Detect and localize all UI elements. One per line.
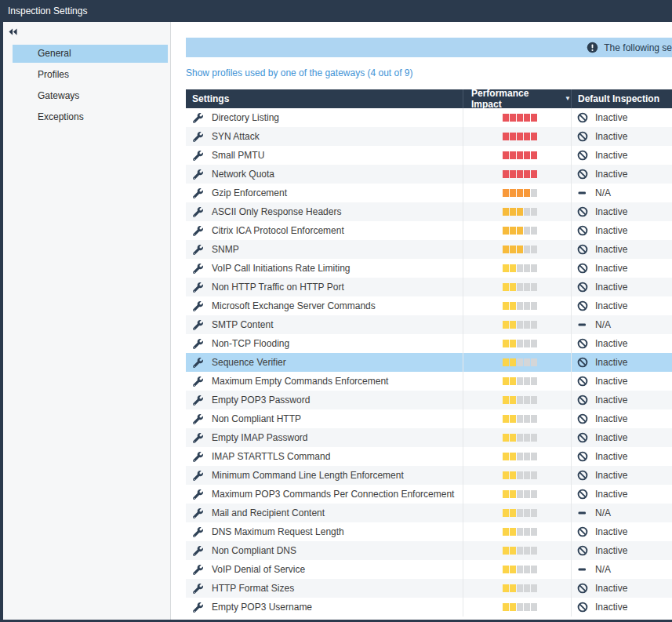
sidebar-nav: General Profiles Gateways Exceptions <box>3 45 170 126</box>
table-row[interactable]: Non Compliant HTTPInactive <box>186 409 672 428</box>
impact-bar <box>503 114 537 122</box>
blocked-icon <box>577 602 588 613</box>
table-row[interactable]: Citrix ICA Protocol EnforcementInactive <box>186 221 672 240</box>
inspection-cell: Inactive <box>571 485 672 504</box>
setting-name: Network Quota <box>212 169 274 180</box>
impact-bar <box>503 189 537 197</box>
impact-bar-segment <box>517 302 523 310</box>
show-profiles-link[interactable]: Show profiles used by one of the gateway… <box>186 67 413 78</box>
table-row[interactable]: Sequence VerifierInactive <box>186 353 672 372</box>
impact-bar <box>503 133 537 140</box>
setting-cell: Non-TCP Flooding <box>186 334 463 353</box>
sidebar-item-profiles[interactable]: Profiles <box>13 66 168 84</box>
sidebar-collapse-button[interactable] <box>9 27 23 36</box>
wrench-icon <box>193 452 203 462</box>
impact-bar <box>503 264 537 272</box>
blocked-icon <box>577 150 588 161</box>
table-row[interactable]: Gzip EnforcementN/A <box>186 184 672 202</box>
impact-bar-segment <box>503 490 509 498</box>
impact-bar-segment <box>524 151 530 159</box>
table-row[interactable]: VoIP Call Initiations Rate LimitingInact… <box>186 259 672 278</box>
blocked-icon <box>577 225 588 236</box>
table-row[interactable]: SMTP ContentN/A <box>186 315 672 334</box>
table-row[interactable]: Empty POP3 UsernameInactive <box>186 598 672 617</box>
impact-bar-segment <box>524 528 530 536</box>
setting-name: DNS Maximum Request Length <box>212 526 344 537</box>
setting-name: Maximum Empty Commands Enforcement <box>212 376 388 387</box>
table-row[interactable]: Directory ListingInactive <box>186 108 672 127</box>
table-row[interactable]: Empty IMAP PasswordInactive <box>186 428 672 447</box>
impact-bar <box>503 302 537 310</box>
table-row[interactable]: ASCII Only Response HeadersInactive <box>186 202 672 221</box>
notice-banner: The following se <box>186 38 672 57</box>
table-row[interactable]: Non HTTP Traffic on HTTP PortInactive <box>186 278 672 296</box>
inspection-cell: Inactive <box>571 221 672 240</box>
blocked-icon <box>577 357 588 368</box>
inspection-status: Inactive <box>595 150 627 161</box>
wrench-icon <box>193 433 203 443</box>
impact-bar-segment <box>503 453 509 460</box>
table-row[interactable]: Non Compliant DNSInactive <box>186 541 672 560</box>
impact-bar-segment <box>517 528 523 536</box>
table-row[interactable]: Microsoft Exchange Server CommandsInacti… <box>186 296 672 315</box>
impact-bar-segment <box>510 151 516 159</box>
inspection-status: Inactive <box>595 206 627 217</box>
window-titlebar[interactable]: Inspection Settings <box>0 0 672 22</box>
table-row[interactable]: Network QuotaInactive <box>186 165 672 184</box>
inspection-cell: Inactive <box>571 353 672 372</box>
table-row[interactable]: Non-TCP FloodingInactive <box>186 334 672 353</box>
impact-bar <box>503 358 537 366</box>
column-header-settings[interactable]: Settings <box>186 89 463 108</box>
inspection-status: N/A <box>595 564 611 575</box>
table-row[interactable]: SNMPInactive <box>186 240 672 259</box>
sidebar-item-general[interactable]: General <box>13 45 168 63</box>
wrench-icon <box>193 169 203 180</box>
sidebar-item-exceptions[interactable]: Exceptions <box>13 108 168 126</box>
dash-icon <box>577 564 588 575</box>
setting-name: Sequence Verifier <box>212 357 286 368</box>
setting-name: Non HTTP Traffic on HTTP Port <box>212 282 344 293</box>
table-row[interactable]: Minimum Command Line Length EnforcementI… <box>186 466 672 485</box>
impact-bar-segment <box>524 114 530 122</box>
inspection-cell: Inactive <box>571 447 672 466</box>
table-row[interactable]: Mail and Recipient ContentN/A <box>186 504 672 522</box>
table-row[interactable]: Empty POP3 PasswordInactive <box>186 391 672 409</box>
table-row[interactable]: Maximum POP3 Commands Per Connection Enf… <box>186 485 672 504</box>
setting-name: Non Compliant DNS <box>212 545 296 556</box>
impact-bar-segment <box>503 358 509 366</box>
impact-bar-segment <box>510 227 516 235</box>
impact-bar-segment <box>503 321 509 329</box>
chevrons-left-icon <box>9 28 17 35</box>
setting-cell: VoIP Denial of Service <box>186 560 463 579</box>
table-row[interactable]: Maximum Empty Commands EnforcementInacti… <box>186 372 672 391</box>
impact-bar-segment <box>517 358 523 366</box>
inspection-cell: Inactive <box>571 466 672 485</box>
wrench-icon <box>193 471 203 481</box>
column-header-default-inspection-label: Default Inspection <box>578 93 659 104</box>
impact-bar-segment <box>510 453 516 460</box>
impact-bar <box>503 321 537 329</box>
impact-bar-segment <box>524 584 530 592</box>
window-body: General Profiles Gateways Exceptions The… <box>0 22 672 622</box>
impact-bar-segment <box>531 283 537 291</box>
setting-name: Microsoft Exchange Server Commands <box>212 300 376 311</box>
table-row[interactable]: SYN AttackInactive <box>186 127 672 146</box>
table-row[interactable]: VoIP Denial of ServiceN/A <box>186 560 672 579</box>
impact-bar-segment <box>524 208 530 216</box>
table-header: Settings Performance Impact ▼ Default In… <box>186 89 672 108</box>
inspection-status: Inactive <box>595 357 627 368</box>
column-header-default-inspection[interactable]: Default Inspection <box>571 89 672 108</box>
impact-bar-segment <box>517 584 523 592</box>
impact-bar-segment <box>503 302 509 310</box>
inspection-cell: Inactive <box>571 579 672 598</box>
table-row[interactable]: HTTP Format SizesInactive <box>186 579 672 598</box>
inspection-status: Inactive <box>595 263 627 274</box>
blocked-icon <box>577 206 588 217</box>
table-row[interactable]: IMAP STARTTLS CommandInactive <box>186 447 672 466</box>
table-row[interactable]: DNS Maximum Request LengthInactive <box>186 522 672 541</box>
impact-bar-segment <box>503 283 509 291</box>
table-row[interactable]: Small PMTUInactive <box>186 146 672 165</box>
column-header-performance-impact[interactable]: Performance Impact ▼ <box>463 89 571 108</box>
impact-bar-segment <box>510 396 516 404</box>
sidebar-item-gateways[interactable]: Gateways <box>13 87 168 105</box>
